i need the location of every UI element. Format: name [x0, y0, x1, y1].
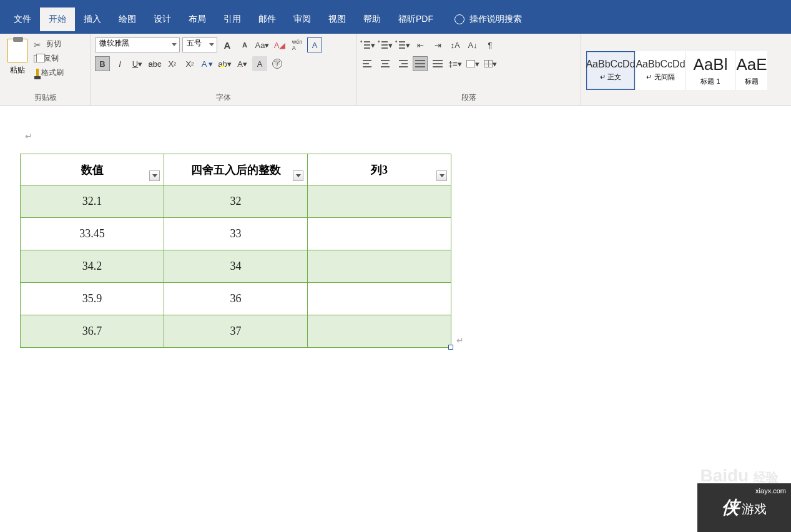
change-case-button[interactable]: Aa▾	[255, 37, 270, 52]
font-size-select[interactable]: 五号	[182, 37, 217, 52]
table-row[interactable]: 33.4533	[21, 218, 451, 250]
italic-button[interactable]: I	[112, 56, 127, 71]
filter-button[interactable]	[436, 170, 447, 181]
style-name: 标题	[745, 77, 759, 86]
borders-icon	[484, 60, 493, 67]
shading-button[interactable]: ▾	[465, 56, 480, 71]
badge-char: 侠	[722, 496, 739, 520]
highlight-button[interactable]: ab▾	[217, 56, 232, 71]
copy-icon	[34, 55, 41, 62]
cell[interactable]: 33.45	[21, 218, 164, 250]
cell[interactable]	[308, 250, 451, 283]
bold-button[interactable]: B	[95, 56, 110, 71]
table-row[interactable]: 36.737	[21, 315, 451, 348]
table-row[interactable]: 32.132	[21, 185, 451, 218]
numbering-button[interactable]: ▾	[378, 37, 393, 52]
paste-button[interactable]: 粘贴	[4, 36, 31, 78]
style-normal[interactable]: AaBbCcDd ↵ 正文	[586, 51, 635, 90]
table-row[interactable]: 35.936	[21, 283, 451, 315]
tab-insert[interactable]: 插入	[75, 7, 110, 31]
copy-button[interactable]: 复制	[34, 53, 64, 64]
cell[interactable]: 36.7	[21, 315, 164, 348]
phonetic-guide-button[interactable]: wénA	[290, 37, 305, 52]
tab-design[interactable]: 设计	[145, 7, 180, 31]
style-nospacing[interactable]: AaBbCcDd ↵ 无间隔	[636, 51, 685, 90]
shrink-font-button[interactable]: A	[237, 37, 252, 52]
superscript-button[interactable]: X2	[182, 56, 197, 71]
cell[interactable]	[308, 218, 451, 250]
table-row[interactable]: 34.234	[21, 250, 451, 283]
align-center-button[interactable]	[378, 56, 393, 71]
indent-increase-button[interactable]: ⇥	[430, 37, 445, 52]
align-right-icon	[398, 59, 408, 68]
align-justify-button[interactable]	[413, 56, 428, 71]
grow-font-icon: A	[224, 40, 231, 51]
cell[interactable]: 34	[164, 250, 308, 283]
style-heading1[interactable]: AaBl 标题 1	[686, 51, 735, 90]
text-effects-button[interactable]: A ▾	[200, 56, 215, 71]
tell-me-search[interactable]: 操作说明搜索	[454, 14, 522, 25]
col-header-value[interactable]: 数值	[21, 154, 164, 185]
font-color-icon: A	[237, 59, 243, 69]
font-name-select[interactable]: 微软雅黑	[95, 37, 180, 52]
tab-review[interactable]: 审阅	[285, 7, 320, 31]
style-name: ↵ 无间隔	[646, 72, 674, 82]
underline-button[interactable]: U ▾	[130, 56, 145, 71]
align-right-button[interactable]	[395, 56, 410, 71]
cell[interactable]	[308, 315, 451, 348]
strikethrough-button[interactable]: abc	[147, 56, 162, 71]
tab-mail[interactable]: 邮件	[250, 7, 285, 31]
text-direction-button[interactable]: ↕A	[448, 37, 463, 52]
cell[interactable]: 33	[164, 218, 308, 250]
cell[interactable]: 34.2	[21, 250, 164, 283]
clear-format-button[interactable]: A◢	[272, 37, 287, 52]
cell[interactable]: 36	[164, 283, 308, 315]
indent-decrease-button[interactable]: ⇤	[413, 37, 428, 52]
tab-help[interactable]: 帮助	[355, 7, 390, 31]
tab-foxit[interactable]: 福昕PDF	[390, 7, 442, 31]
cell[interactable]: 32.1	[21, 185, 164, 218]
multilevel-button[interactable]: ▾	[395, 37, 410, 52]
table-resize-handle[interactable]	[448, 345, 453, 350]
enclose-char-button[interactable]: 字	[270, 56, 285, 71]
cell[interactable]: 35.9	[21, 283, 164, 315]
badge-text2: 游戏	[742, 501, 767, 518]
col-header-col3[interactable]: 列3	[308, 154, 451, 185]
group-label-font: 字体	[95, 90, 352, 104]
cell[interactable]	[308, 185, 451, 218]
align-distribute-button[interactable]	[430, 56, 445, 71]
align-left-icon	[363, 59, 373, 68]
bulb-icon	[454, 14, 464, 24]
subscript-button[interactable]: X2	[165, 56, 180, 71]
style-preview: AaBbCcDd	[586, 59, 635, 70]
tab-references[interactable]: 引用	[215, 7, 250, 31]
font-color-button[interactable]: A▾	[235, 56, 250, 71]
tab-file[interactable]: 文件	[5, 7, 40, 31]
tab-draw[interactable]: 绘图	[110, 7, 145, 31]
align-left-button[interactable]	[360, 56, 375, 71]
filter-button[interactable]	[293, 170, 303, 181]
tab-home[interactable]: 开始	[40, 7, 75, 31]
bullets-icon	[360, 41, 371, 49]
paste-icon	[7, 39, 27, 62]
filter-button[interactable]	[149, 170, 160, 181]
char-border-button[interactable]: A	[307, 37, 322, 52]
cell[interactable]	[308, 283, 451, 315]
borders-button[interactable]: ▾	[483, 56, 498, 71]
show-marks-button[interactable]: ¶	[483, 37, 498, 52]
format-painter-button[interactable]: 格式刷	[34, 67, 64, 78]
data-table[interactable]: 数值 四舍五入后的整数 列3 32.132 33.4533 34.234 35.…	[20, 154, 451, 348]
tab-layout[interactable]: 布局	[180, 7, 215, 31]
document-area[interactable]: ↵ 数值 四舍五入后的整数 列3 32.132 33.4533 34.234 3…	[0, 106, 791, 532]
col-header-rounded[interactable]: 四舍五入后的整数	[164, 154, 308, 185]
cell[interactable]: 32	[164, 185, 308, 218]
sort-button[interactable]: A↓	[465, 37, 480, 52]
grow-font-button[interactable]: A	[220, 37, 235, 52]
style-heading2[interactable]: AaE 标题	[736, 51, 767, 90]
cut-button[interactable]: ✂剪切	[34, 39, 64, 49]
bullets-button[interactable]: ▾	[360, 37, 375, 52]
line-spacing-button[interactable]: ‡≡▾	[448, 56, 463, 71]
cell[interactable]: 37	[164, 315, 308, 348]
char-shading-button[interactable]: A	[252, 56, 267, 71]
tab-view[interactable]: 视图	[320, 7, 355, 31]
